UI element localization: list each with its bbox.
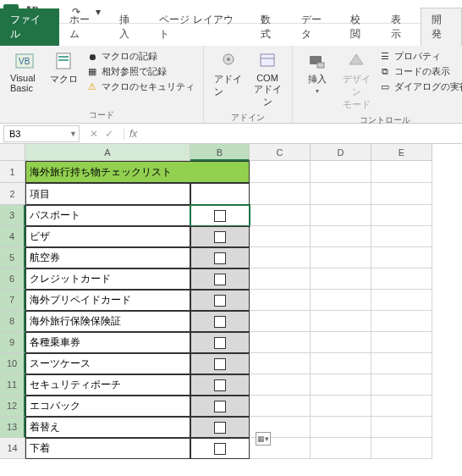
- cell-checkbox[interactable]: [190, 247, 250, 268]
- tab-developer[interactable]: 開発: [421, 8, 462, 46]
- cell[interactable]: [311, 396, 371, 417]
- cell[interactable]: [311, 311, 371, 332]
- cell[interactable]: [311, 332, 371, 353]
- insert-control-button[interactable]: 挿入 ▾: [300, 49, 335, 97]
- cell[interactable]: [250, 353, 311, 374]
- row-header[interactable]: 9: [0, 332, 25, 353]
- record-macro-button[interactable]: ⏺マクロの記録: [85, 49, 196, 64]
- checkbox[interactable]: [214, 337, 226, 349]
- cell[interactable]: [190, 183, 250, 205]
- row-header[interactable]: 11: [0, 374, 25, 396]
- row-header[interactable]: 14: [0, 438, 25, 459]
- formula-input[interactable]: [137, 125, 462, 142]
- cell[interactable]: [371, 290, 432, 311]
- checkbox[interactable]: [214, 379, 226, 391]
- cell[interactable]: [311, 183, 371, 205]
- cell[interactable]: [311, 353, 371, 374]
- cell[interactable]: [250, 161, 311, 183]
- cell-item[interactable]: 航空券: [25, 247, 190, 268]
- cell-item[interactable]: セキュリティポーチ: [25, 374, 190, 396]
- col-header-b[interactable]: B: [190, 144, 250, 161]
- cell-item[interactable]: スーツケース: [25, 353, 190, 374]
- col-header-d[interactable]: D: [311, 144, 371, 161]
- cell[interactable]: [250, 268, 311, 290]
- cell[interactable]: [250, 226, 311, 247]
- properties-button[interactable]: ☰プロパティ: [377, 49, 462, 64]
- row-header[interactable]: 12: [0, 396, 25, 417]
- relative-ref-button[interactable]: ▦相対参照で記録: [85, 64, 196, 79]
- row-header[interactable]: 2: [0, 183, 25, 205]
- cell[interactable]: [371, 205, 432, 226]
- com-addin-button[interactable]: COM アドイン: [250, 49, 285, 110]
- cell[interactable]: [311, 226, 371, 247]
- cell-checkbox[interactable]: [190, 290, 250, 311]
- cell[interactable]: [371, 332, 432, 353]
- tab-insert[interactable]: 挿入: [109, 8, 149, 46]
- cell[interactable]: [311, 417, 371, 438]
- cell-checkbox[interactable]: [190, 332, 250, 353]
- cell-title[interactable]: 海外旅行持ち物チェックリスト: [25, 161, 250, 183]
- row-header[interactable]: 3: [0, 205, 25, 226]
- checkbox[interactable]: [214, 358, 226, 370]
- cell[interactable]: [371, 247, 432, 268]
- cell[interactable]: [250, 183, 311, 205]
- cell[interactable]: [311, 290, 371, 311]
- checkbox[interactable]: [214, 443, 226, 455]
- checkbox[interactable]: [214, 295, 226, 307]
- cell[interactable]: [311, 268, 371, 290]
- row-header[interactable]: 8: [0, 311, 25, 332]
- cell-item[interactable]: クレジットカード: [25, 268, 190, 290]
- cell-checkbox[interactable]: [190, 438, 250, 459]
- cell[interactable]: [250, 290, 311, 311]
- view-code-button[interactable]: ⧉コードの表示: [377, 64, 462, 79]
- cell[interactable]: [250, 332, 311, 353]
- cell[interactable]: [371, 268, 432, 290]
- row-header[interactable]: 1: [0, 161, 25, 183]
- row-header[interactable]: 6: [0, 268, 25, 290]
- checkbox[interactable]: [214, 316, 226, 328]
- macro-security-button[interactable]: ⚠マクロのセキュリティ: [85, 80, 196, 94]
- col-header-e[interactable]: E: [371, 144, 432, 161]
- cancel-icon[interactable]: ✕: [90, 128, 98, 140]
- cell[interactable]: [371, 396, 432, 417]
- cell-item[interactable]: 海外旅行保険保険証: [25, 311, 190, 332]
- cell-checkbox[interactable]: [190, 226, 250, 247]
- row-header[interactable]: 4: [0, 226, 25, 247]
- cell[interactable]: [311, 161, 371, 183]
- cell[interactable]: [371, 183, 432, 205]
- checkbox[interactable]: [214, 401, 226, 412]
- cell[interactable]: [371, 417, 432, 438]
- name-box[interactable]: B3▼: [3, 125, 80, 142]
- row-header[interactable]: 5: [0, 247, 25, 268]
- checkbox[interactable]: [214, 231, 226, 243]
- cell-checkbox[interactable]: [190, 205, 250, 226]
- tab-home[interactable]: ホーム: [59, 8, 109, 46]
- cell-checkbox[interactable]: [190, 374, 250, 396]
- cell-item[interactable]: 着替え: [25, 417, 190, 438]
- cell[interactable]: [311, 374, 371, 396]
- cell-checkbox[interactable]: [190, 311, 250, 332]
- visual-basic-button[interactable]: VB Visual Basic: [7, 49, 42, 95]
- cell[interactable]: [371, 311, 432, 332]
- worksheet[interactable]: A B C D E 1 海外旅行持ち物チェックリスト 2 項目 3パスポート4ビ…: [0, 144, 462, 459]
- cell-checkbox[interactable]: [190, 396, 250, 417]
- cell[interactable]: [371, 374, 432, 396]
- autofill-options-button[interactable]: ▦▾: [256, 432, 271, 446]
- cell-item[interactable]: ビザ: [25, 226, 190, 247]
- cell[interactable]: [371, 353, 432, 374]
- cell[interactable]: [371, 226, 432, 247]
- chevron-down-icon[interactable]: ▼: [69, 130, 77, 138]
- cell-checkbox[interactable]: [190, 417, 250, 438]
- addin-button[interactable]: アドイン: [211, 49, 246, 100]
- row-header[interactable]: 13: [0, 417, 25, 438]
- macro-button[interactable]: マクロ: [46, 49, 81, 87]
- cell[interactable]: [250, 396, 311, 417]
- tab-data[interactable]: データ: [291, 8, 341, 46]
- cell[interactable]: [250, 247, 311, 268]
- cell[interactable]: [311, 438, 371, 459]
- cell[interactable]: [250, 311, 311, 332]
- fx-icon[interactable]: fx: [124, 128, 137, 140]
- cell-item[interactable]: エコバック: [25, 396, 190, 417]
- checkbox[interactable]: [214, 210, 226, 222]
- checkbox[interactable]: [214, 252, 226, 264]
